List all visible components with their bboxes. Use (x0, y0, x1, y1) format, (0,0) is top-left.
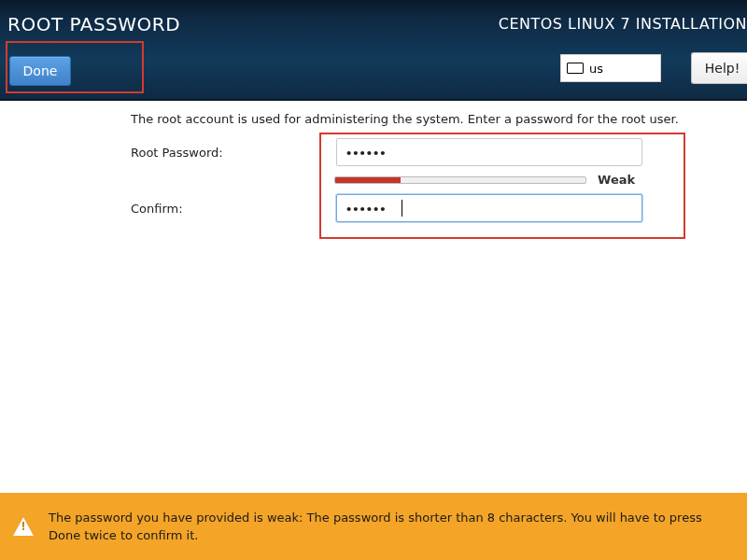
warning-text: The password you have provided is weak: … (49, 509, 721, 545)
password-strength-row: Weak (334, 173, 667, 187)
keyboard-icon (567, 63, 584, 74)
help-button[interactable]: Help! (691, 52, 747, 84)
warning-icon: ! (13, 517, 34, 536)
root-password-label: Root Password: (131, 146, 223, 160)
password-strength-meter (334, 176, 586, 184)
content-area: The root account is used for administeri… (0, 101, 747, 493)
text-caret (402, 200, 402, 217)
root-password-input[interactable] (336, 138, 642, 166)
keyboard-layout-label: us (589, 62, 603, 76)
done-highlight-box: Done (6, 41, 144, 93)
password-strength-label: Weak (598, 173, 635, 187)
installer-subtitle: CENTOS LINUX 7 INSTALLATION (499, 15, 747, 33)
done-button[interactable]: Done (9, 56, 71, 86)
intro-text: The root account is used for administeri… (131, 112, 679, 126)
confirm-password-label: Confirm: (131, 202, 183, 216)
confirm-password-input[interactable] (336, 194, 642, 222)
keyboard-layout-selector[interactable]: us (560, 54, 661, 82)
password-strength-fill (335, 177, 401, 183)
warning-bar: ! The password you have provided is weak… (0, 493, 747, 560)
page-title: ROOT PASSWORD (7, 13, 180, 35)
top-bar: ROOT PASSWORD CENTOS LINUX 7 INSTALLATIO… (0, 0, 747, 101)
